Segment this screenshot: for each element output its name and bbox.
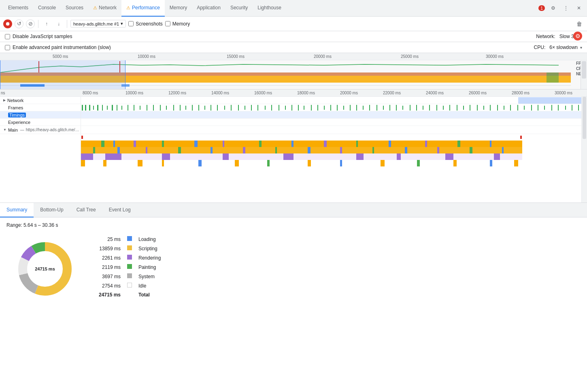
- flame-row-4: [0, 160, 587, 166]
- svg-rect-11: [89, 105, 90, 111]
- timeline-overview[interactable]: 5000 ms 10000 ms 15000 ms 20000 ms 25000…: [0, 53, 587, 89]
- more-icon[interactable]: ⋮: [561, 3, 571, 13]
- scripting-swatch: [127, 245, 132, 250]
- tab-summary[interactable]: Summary: [0, 203, 34, 217]
- main-expand-icon[interactable]: ▼: [3, 128, 6, 132]
- network-warn-icon: ⚠: [93, 5, 97, 11]
- screenshots-checkbox-label[interactable]: Screenshots: [128, 21, 163, 27]
- legend-idle-swatch-cell: [124, 281, 135, 290]
- svg-rect-9: [82, 105, 83, 111]
- donut-chart: 24715 ms: [15, 239, 75, 299]
- paint-label[interactable]: Enable advanced paint instrumentation (s…: [5, 45, 111, 50]
- detail-ruler-12000: 12000 ms: [168, 91, 186, 95]
- flame-content-0: [81, 134, 587, 141]
- close-icon[interactable]: ✕: [574, 3, 584, 13]
- disable-js-checkbox[interactable]: [5, 34, 10, 39]
- svg-rect-123: [275, 147, 277, 153]
- svg-rect-150: [381, 160, 385, 166]
- svg-rect-114: [457, 141, 460, 147]
- svg-rect-44: [291, 105, 292, 111]
- overview-scrollbar[interactable]: [581, 60, 587, 89]
- stop-button[interactable]: ⊘: [26, 19, 35, 28]
- tab-memory[interactable]: Memory: [165, 0, 192, 17]
- tab-elements-label: Elements: [8, 5, 28, 11]
- main-url-text: https://heavy-ads.glitch.me/?ad=%2Fcpu%2…: [26, 128, 81, 132]
- svg-rect-81: [538, 105, 538, 111]
- detail-scrollbar[interactable]: [581, 97, 587, 202]
- tab-network[interactable]: ⚠ Network: [88, 0, 121, 17]
- svg-rect-47: [311, 105, 312, 111]
- download-button[interactable]: ↓: [54, 19, 64, 29]
- legend-system-ms: 3697 ms: [91, 272, 124, 281]
- legend-rendering-swatch-cell: [124, 253, 135, 262]
- record-button[interactable]: ⏺: [3, 19, 12, 28]
- tab-event-log[interactable]: Event Log: [102, 203, 137, 217]
- tab-sources-label: Sources: [66, 5, 83, 11]
- svg-rect-60: [396, 105, 397, 111]
- tab-security[interactable]: Security: [225, 0, 253, 17]
- svg-rect-25: [166, 106, 167, 110]
- svg-rect-69: [457, 105, 457, 111]
- network-expand-icon[interactable]: ▶: [3, 98, 6, 102]
- tab-performance-label: Performance: [132, 5, 160, 11]
- screenshots-label: Screenshots: [136, 21, 163, 27]
- tab-call-tree[interactable]: Call Tree: [70, 203, 102, 217]
- network-label: Network:: [536, 34, 555, 39]
- error-badge: 1: [538, 5, 545, 11]
- svg-rect-57: [376, 105, 377, 111]
- legend-idle-ms: 2754 ms: [91, 281, 124, 290]
- svg-rect-142: [103, 160, 106, 166]
- svg-rect-66: [436, 105, 437, 111]
- memory-label: Memory: [172, 21, 190, 27]
- devtools-tab-bar: Elements Console Sources ⚠ Network ⚠ Per…: [0, 0, 587, 17]
- reload-button[interactable]: ↺: [15, 19, 23, 28]
- tab-performance[interactable]: ⚠ Performance: [121, 0, 165, 17]
- svg-rect-34: [224, 106, 225, 110]
- performance-warn-icon: ⚠: [126, 5, 130, 11]
- svg-rect-103: [113, 141, 115, 147]
- detail-ruler-30000: 30000 ms: [555, 91, 572, 95]
- svg-rect-84: [558, 105, 559, 111]
- svg-rect-154: [514, 160, 518, 166]
- tab-lighthouse[interactable]: Lighthouse: [253, 0, 286, 17]
- memory-checkbox[interactable]: [165, 21, 170, 26]
- paint-checkbox[interactable]: [5, 45, 10, 50]
- tab-bottom-up[interactable]: Bottom-Up: [34, 203, 70, 217]
- svg-rect-10: [85, 105, 86, 111]
- svg-rect-50: [330, 105, 331, 111]
- legend-rendering-ms: 2261 ms: [91, 253, 124, 262]
- svg-rect-137: [356, 153, 364, 160]
- detail-ruler-16000: 16000 ms: [254, 91, 272, 95]
- tab-console[interactable]: Console: [33, 0, 61, 17]
- svg-rect-43: [285, 106, 286, 110]
- reload-settings-icon[interactable]: ⚙: [573, 32, 582, 40]
- tab-sources[interactable]: Sources: [61, 0, 88, 17]
- disable-js-label[interactable]: Disable JavaScript samples: [5, 34, 72, 39]
- cpu-dropdown-arrow-icon[interactable]: ▾: [580, 45, 582, 50]
- tab-list: Elements Console Sources ⚠ Network ⚠ Per…: [3, 0, 286, 17]
- svg-rect-19: [128, 105, 128, 111]
- url-selector[interactable]: heavy-ads.glitch.me #1 ▾: [70, 20, 126, 28]
- selection-overlay[interactable]: [0, 60, 125, 89]
- clear-recording-button[interactable]: 🗑: [575, 20, 584, 28]
- svg-rect-83: [551, 105, 552, 111]
- legend-loading: 25 ms Loading: [91, 234, 164, 244]
- upload-button[interactable]: ↑: [42, 19, 51, 29]
- legend-total: 24715 ms Total: [91, 290, 164, 299]
- svg-rect-72: [477, 105, 478, 111]
- tab-elements[interactable]: Elements: [3, 0, 33, 17]
- range-text: Range: 5.64 s – 30.36 s: [6, 222, 581, 228]
- tab-application[interactable]: Application: [192, 0, 225, 17]
- svg-rect-151: [417, 160, 420, 166]
- svg-rect-53: [350, 105, 351, 111]
- screenshots-checkbox[interactable]: [128, 21, 134, 26]
- svg-rect-134: [162, 153, 170, 160]
- ruler-mark-25000: 25000 ms: [401, 54, 419, 59]
- tab-console-label: Console: [38, 5, 56, 11]
- tab-lighthouse-label: Lighthouse: [257, 5, 281, 11]
- tab-right-controls: 1 ⚙ ⋮ ✕: [538, 3, 584, 13]
- summary-panel: Range: 5.64 s – 30.36 s 24715 ms: [0, 217, 587, 392]
- settings-icon[interactable]: ⚙: [548, 3, 558, 13]
- memory-checkbox-label[interactable]: Memory: [165, 21, 190, 27]
- svg-rect-4: [547, 72, 559, 83]
